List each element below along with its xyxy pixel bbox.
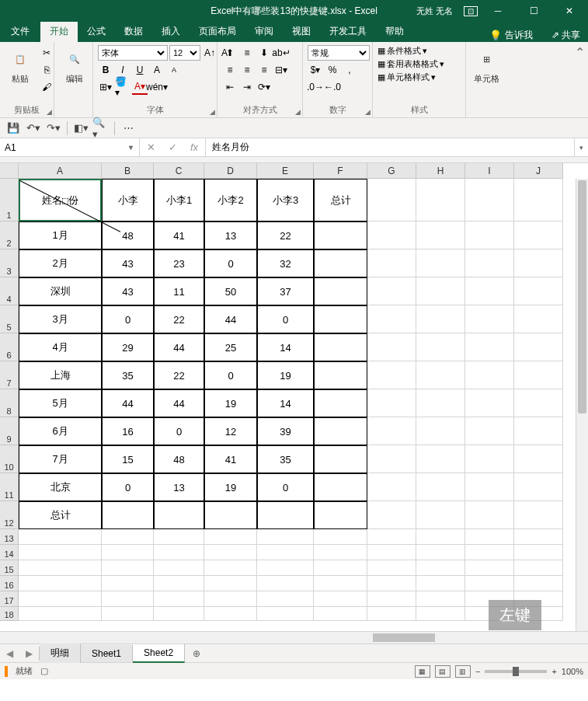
- cell-H3[interactable]: [416, 249, 465, 277]
- cell-B4[interactable]: 43: [102, 277, 154, 305]
- cell-E7[interactable]: 19: [257, 361, 314, 389]
- cell-F7[interactable]: [314, 361, 367, 389]
- cell-I5[interactable]: [465, 305, 514, 333]
- wrap-text-button[interactable]: ab↵: [273, 45, 289, 61]
- cell-D16[interactable]: [204, 576, 257, 591]
- sheet-nav-prev[interactable]: ◀: [0, 648, 19, 659]
- tab-help[interactable]: 帮助: [376, 21, 413, 42]
- cell-B12[interactable]: [102, 501, 154, 529]
- cell-D2[interactable]: 13: [204, 221, 257, 249]
- cell-J7[interactable]: [514, 361, 563, 389]
- user-name[interactable]: 无姓 无名: [416, 5, 453, 17]
- decrease-decimal-button[interactable]: ←.0: [325, 79, 340, 95]
- cell-A13[interactable]: [19, 529, 102, 545]
- cell-A18[interactable]: [19, 607, 102, 621]
- zoom-out-button[interactable]: −: [475, 667, 480, 676]
- row-header-1[interactable]: 1: [0, 179, 18, 221]
- tell-me[interactable]: 告诉我: [505, 29, 533, 42]
- cell-A4[interactable]: 深圳: [19, 277, 102, 305]
- cell-B14[interactable]: [102, 545, 154, 560]
- cell-G12[interactable]: [367, 501, 416, 529]
- tab-home[interactable]: 开始: [40, 21, 78, 42]
- cell-I2[interactable]: [465, 221, 514, 249]
- tab-file[interactable]: 文件: [0, 21, 40, 42]
- cell-E14[interactable]: [257, 545, 314, 560]
- cell-J14[interactable]: [514, 545, 563, 560]
- chevron-down-icon[interactable]: ▼: [127, 144, 134, 152]
- cell-J11[interactable]: [514, 473, 563, 501]
- cell-J6[interactable]: [514, 333, 563, 361]
- number-launcher[interactable]: ◢: [365, 108, 371, 116]
- cancel-formula-button[interactable]: ✕: [140, 141, 162, 153]
- font-shrink-button[interactable]: A: [166, 62, 182, 78]
- qat-tool2[interactable]: 🔍▾: [92, 120, 110, 137]
- col-header-D[interactable]: D: [204, 163, 257, 178]
- cell-D12[interactable]: [204, 501, 257, 529]
- cell-D9[interactable]: 12: [204, 417, 257, 445]
- cell-E13[interactable]: [257, 529, 314, 545]
- cell-F13[interactable]: [314, 529, 367, 545]
- row-header-6[interactable]: 6: [0, 333, 18, 361]
- col-header-I[interactable]: I: [465, 163, 514, 178]
- cell-G16[interactable]: [367, 576, 416, 591]
- expand-formula-button[interactable]: ▾: [574, 138, 588, 156]
- maximize-button[interactable]: ☐: [518, 0, 549, 22]
- cell-G15[interactable]: [367, 560, 416, 576]
- cell-I7[interactable]: [465, 361, 514, 389]
- tab-review[interactable]: 审阅: [245, 21, 283, 42]
- col-header-A[interactable]: A: [19, 163, 102, 178]
- cell-C1[interactable]: 小李1: [154, 179, 204, 221]
- cell-A3[interactable]: 2月: [19, 249, 102, 277]
- cell-G8[interactable]: [367, 389, 416, 417]
- cell-E3[interactable]: 32: [257, 249, 314, 277]
- cell-F3[interactable]: [314, 249, 367, 277]
- cell-A2[interactable]: 1月: [19, 221, 102, 249]
- cell-D13[interactable]: [204, 529, 257, 545]
- cell-H2[interactable]: [416, 221, 465, 249]
- row-header-11[interactable]: 11: [0, 473, 18, 501]
- increase-decimal-button[interactable]: .0→: [308, 79, 323, 95]
- cell-D1[interactable]: 小李2: [204, 179, 257, 221]
- zoom-level[interactable]: 100%: [562, 667, 583, 676]
- qat-tool1[interactable]: ◧▾: [72, 120, 89, 137]
- col-header-E[interactable]: E: [257, 163, 314, 178]
- cell-B6[interactable]: 29: [102, 333, 154, 361]
- number-format-select[interactable]: 常规: [308, 45, 370, 61]
- row-header-14[interactable]: 14: [0, 545, 18, 560]
- cell-G14[interactable]: [367, 545, 416, 560]
- sheet-tab-3[interactable]: Sheet2: [133, 644, 185, 663]
- cell-G6[interactable]: [367, 333, 416, 361]
- font-color-button[interactable]: A▾: [132, 79, 148, 95]
- cell-F15[interactable]: [314, 560, 367, 576]
- cell-A16[interactable]: [19, 576, 102, 591]
- cut-button[interactable]: ✂: [39, 45, 54, 61]
- cell-H9[interactable]: [416, 417, 465, 445]
- cell-F14[interactable]: [314, 545, 367, 560]
- cell-E12[interactable]: [257, 501, 314, 529]
- tab-view[interactable]: 视图: [283, 21, 320, 42]
- merge-button[interactable]: ⊟▾: [273, 62, 289, 78]
- sheet-tab-1[interactable]: 明细: [40, 643, 81, 663]
- row-header-16[interactable]: 16: [0, 576, 18, 591]
- col-header-C[interactable]: C: [154, 163, 204, 178]
- cell-D14[interactable]: [204, 545, 257, 560]
- row-header-12[interactable]: 12: [0, 501, 18, 529]
- row-header-13[interactable]: 13: [0, 529, 18, 545]
- cell-G9[interactable]: [367, 417, 416, 445]
- cell-G17[interactable]: [367, 591, 416, 607]
- cell-F9[interactable]: [314, 417, 367, 445]
- cell-G3[interactable]: [367, 249, 416, 277]
- cell-F17[interactable]: [314, 591, 367, 607]
- cell-C13[interactable]: [154, 529, 204, 545]
- cell-E4[interactable]: 37: [257, 277, 314, 305]
- cell-J2[interactable]: [514, 221, 563, 249]
- tab-insert[interactable]: 插入: [152, 21, 190, 42]
- cell-H12[interactable]: [416, 501, 465, 529]
- font-launcher[interactable]: ◢: [210, 108, 215, 116]
- cell-J4[interactable]: [514, 277, 563, 305]
- cell-F4[interactable]: [314, 277, 367, 305]
- cell-E16[interactable]: [257, 576, 314, 591]
- cell-J15[interactable]: [514, 560, 563, 576]
- collapse-ribbon-button[interactable]: ⌃: [572, 42, 588, 117]
- cell-A9[interactable]: 6月: [19, 417, 102, 445]
